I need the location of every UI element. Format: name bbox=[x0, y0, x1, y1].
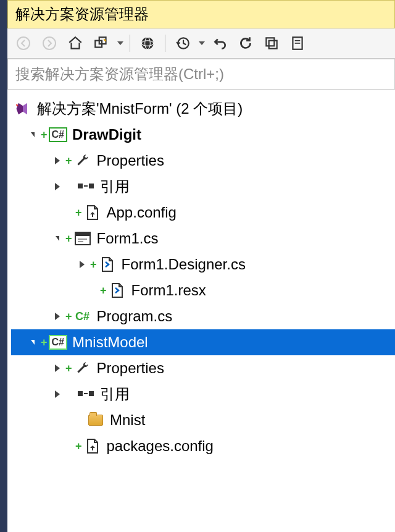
svg-rect-14 bbox=[84, 185, 88, 187]
tree-solution[interactable]: 解决方案'MnistForm' (2 个项目) bbox=[11, 96, 395, 122]
plus-icon: + bbox=[65, 154, 72, 167]
references-icon bbox=[77, 385, 95, 403]
home-button[interactable] bbox=[64, 32, 86, 54]
properties-icon bbox=[289, 35, 306, 51]
svg-rect-20 bbox=[78, 391, 83, 396]
undo-button[interactable] bbox=[209, 32, 231, 54]
history-dropdown-icon[interactable] bbox=[199, 41, 205, 45]
project-label: DrawDigit bbox=[72, 126, 141, 143]
plus-icon: + bbox=[41, 336, 48, 349]
tree-item-packages[interactable]: + packages.config bbox=[11, 433, 395, 459]
item-label: Properties bbox=[97, 152, 164, 169]
csharp-file-icon: C# bbox=[73, 310, 92, 323]
item-label: Program.cs bbox=[97, 308, 173, 325]
tree-project-mnistmodel[interactable]: + C# MnistModel bbox=[11, 329, 395, 355]
tree-item-program[interactable]: + C# Program.cs bbox=[11, 303, 395, 329]
wrench-icon bbox=[73, 359, 92, 378]
expander-icon[interactable] bbox=[52, 155, 63, 166]
history-button[interactable] bbox=[172, 32, 194, 54]
tree-item-form1designer[interactable]: + Form1.Designer.cs bbox=[11, 251, 395, 277]
expander-icon[interactable] bbox=[27, 129, 38, 140]
forward-icon bbox=[42, 36, 57, 51]
expander-icon[interactable] bbox=[52, 389, 63, 400]
back-icon bbox=[16, 36, 31, 51]
expander-icon[interactable] bbox=[27, 337, 38, 348]
item-label: Form1.Designer.cs bbox=[122, 256, 246, 273]
refresh-icon bbox=[238, 35, 254, 51]
panel-title-text: 解决方案资源管理器 bbox=[15, 6, 149, 22]
search-input[interactable]: 搜索解决方案资源管理器(Ctrl+;) bbox=[7, 59, 395, 90]
tree-item-mnist-folder[interactable]: Mnist bbox=[11, 407, 395, 433]
item-label: packages.config bbox=[107, 437, 214, 455]
sync-dropdown-icon[interactable] bbox=[117, 41, 123, 45]
plus-icon: + bbox=[65, 362, 72, 375]
expander-icon[interactable] bbox=[52, 311, 63, 322]
home-icon bbox=[67, 35, 83, 51]
tree-item-properties[interactable]: + Properties bbox=[11, 355, 395, 381]
solution-label: 解决方案'MnistForm' (2 个项目) bbox=[37, 99, 243, 119]
csharp-project-icon: C# bbox=[49, 127, 67, 142]
separator bbox=[165, 35, 165, 52]
tree-item-form1[interactable]: + Form1.cs bbox=[11, 226, 395, 251]
refresh-button[interactable] bbox=[235, 32, 257, 54]
sync-button[interactable] bbox=[90, 32, 112, 54]
svg-rect-8 bbox=[266, 38, 274, 46]
item-label: App.config bbox=[107, 204, 177, 221]
svg-rect-17 bbox=[75, 232, 90, 236]
tree-project-drawdigit[interactable]: + C# DrawDigit bbox=[11, 122, 395, 148]
tree-item-appconfig[interactable]: + App.config bbox=[11, 200, 395, 226]
plus-icon: + bbox=[75, 206, 82, 219]
expander-icon[interactable] bbox=[52, 233, 63, 244]
resx-file-icon bbox=[108, 281, 127, 300]
item-label: Mnist bbox=[110, 412, 145, 429]
collapse-button[interactable] bbox=[260, 32, 283, 54]
csharp-project-icon: C# bbox=[49, 335, 67, 350]
forward-button[interactable] bbox=[38, 32, 60, 54]
sync-icon bbox=[93, 35, 109, 51]
config-file-icon bbox=[83, 203, 102, 222]
expander-icon[interactable] bbox=[52, 363, 63, 374]
svg-rect-21 bbox=[84, 393, 88, 394]
plus-icon: + bbox=[65, 310, 72, 323]
tree-item-references[interactable]: 引用 bbox=[11, 381, 395, 407]
back-button[interactable] bbox=[12, 32, 35, 54]
item-label: 引用 bbox=[100, 177, 130, 196]
tree-item-properties[interactable]: + Properties bbox=[11, 148, 395, 174]
cs-file-icon bbox=[98, 255, 117, 274]
solution-tree: 解决方案'MnistForm' (2 个项目) + C# DrawDigit +… bbox=[7, 90, 395, 459]
expander-icon[interactable] bbox=[52, 181, 63, 192]
plus-icon: + bbox=[75, 440, 82, 453]
item-label: Form1.resx bbox=[131, 282, 206, 299]
item-label: 引用 bbox=[100, 384, 130, 404]
wrench-icon bbox=[73, 151, 92, 170]
svg-rect-15 bbox=[89, 184, 94, 188]
plus-icon: + bbox=[41, 129, 48, 141]
svg-point-4 bbox=[141, 37, 154, 49]
tree-item-references[interactable]: 引用 bbox=[11, 174, 395, 200]
item-label: Properties bbox=[97, 360, 164, 377]
plus-icon: + bbox=[65, 232, 72, 245]
collapse-icon bbox=[264, 35, 280, 51]
svg-point-0 bbox=[17, 37, 30, 49]
svg-rect-9 bbox=[269, 41, 277, 49]
references-icon bbox=[77, 177, 95, 196]
globe-button[interactable] bbox=[136, 32, 159, 54]
history-icon bbox=[175, 35, 191, 51]
properties-button[interactable] bbox=[286, 32, 309, 54]
form-icon bbox=[73, 229, 92, 248]
svg-rect-13 bbox=[78, 184, 83, 188]
plus-icon: + bbox=[90, 258, 97, 271]
tree-item-form1resx[interactable]: + Form1.resx bbox=[11, 277, 395, 303]
panel-title: 解决方案资源管理器 bbox=[7, 0, 395, 28]
search-placeholder: 搜索解决方案资源管理器(Ctrl+;) bbox=[15, 65, 224, 82]
solution-icon bbox=[14, 99, 32, 118]
toolbar bbox=[7, 28, 395, 59]
separator bbox=[130, 35, 130, 52]
config-file-icon bbox=[83, 437, 102, 455]
expander-icon[interactable] bbox=[77, 259, 88, 270]
svg-rect-22 bbox=[89, 391, 94, 396]
plus-icon: + bbox=[100, 284, 107, 297]
globe-icon bbox=[139, 35, 156, 51]
item-label: Form1.cs bbox=[97, 230, 159, 247]
undo-icon bbox=[212, 35, 228, 51]
